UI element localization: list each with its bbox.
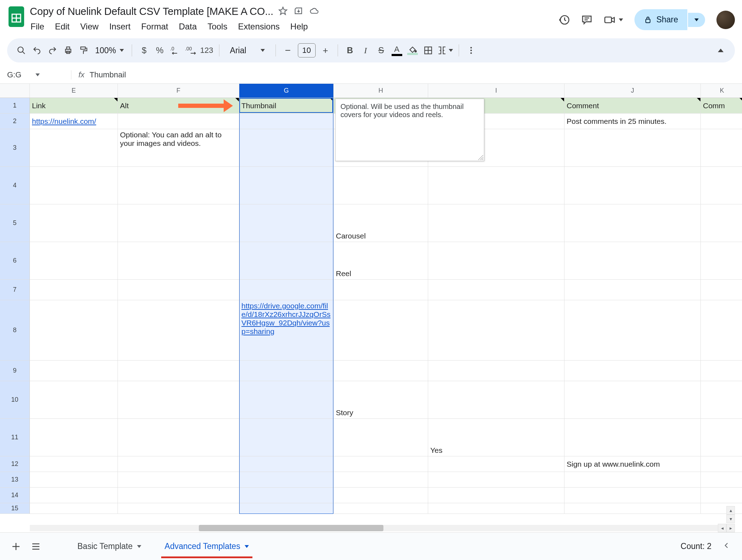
cell-H9[interactable] [334,361,428,381]
cell-E9[interactable] [30,361,118,381]
cell-K11[interactable] [701,419,742,456]
cell-I9[interactable] [428,361,564,381]
cell-G13[interactable] [239,472,334,488]
cell-H7[interactable] [334,280,428,300]
cell-I7[interactable] [428,280,564,300]
cell-J5[interactable] [564,204,701,242]
cell-K7[interactable] [701,280,742,300]
cell-E8[interactable] [30,300,118,361]
cell-G15[interactable] [239,503,334,514]
cell-H8[interactable] [334,300,428,361]
sheet-tab-advanced[interactable]: Advanced Templates [158,533,256,560]
sheets-logo-icon[interactable] [7,4,26,29]
merge-cells-button[interactable] [437,43,453,57]
cell-J7[interactable] [564,280,701,300]
cell-F8[interactable] [118,300,239,361]
cell-F4[interactable] [118,167,239,204]
increase-decimal-icon[interactable]: .00 [185,43,197,57]
cell-K5[interactable] [701,204,742,242]
meet-icon[interactable] [604,14,623,26]
cell-H5[interactable]: Carousel [334,204,428,242]
cell-K9[interactable] [701,361,742,381]
column-header-J[interactable]: J [564,84,701,98]
zoom-dropdown[interactable]: 100% [93,46,126,55]
italic-button[interactable]: I [359,43,372,57]
more-toolbar-icon[interactable] [465,43,478,57]
decrease-decimal-icon[interactable]: .0 [169,43,182,57]
cell-J10[interactable] [564,381,701,419]
add-sheet-button[interactable] [11,541,21,552]
font-family-dropdown[interactable]: Arial [225,46,270,55]
formula-bar-input[interactable]: Thumbnail [89,70,126,79]
cell-F5[interactable] [118,204,239,242]
cell-G4[interactable] [239,167,334,204]
search-menu-icon[interactable] [15,43,28,57]
cell-G11[interactable] [239,419,334,456]
decrease-font-size-button[interactable]: − [282,43,294,57]
share-button[interactable]: Share [634,9,687,30]
cell-K13[interactable] [701,472,742,488]
cell-E15[interactable] [30,503,118,514]
cell-J3[interactable] [564,129,701,167]
collapse-toolbar-icon[interactable] [714,43,727,57]
cell-G3[interactable] [239,129,334,167]
cell-F3[interactable]: Optional: You can add an alt to your ima… [118,129,239,167]
row-header-5[interactable]: 5 [0,204,30,242]
row-header-8[interactable]: 8 [0,300,30,361]
cell-G9[interactable] [239,361,334,381]
cell-K1[interactable]: Comm [701,98,742,114]
cell-K3[interactable] [701,129,742,167]
cell-E1[interactable]: Link [30,98,118,114]
cell-K2[interactable] [701,114,742,129]
cell-E12[interactable] [30,456,118,472]
explore-button[interactable] [722,541,731,552]
spreadsheet-grid[interactable]: EFGHIJK 123456789101112131415 LinkAltThu… [0,84,742,560]
paint-format-icon[interactable] [77,43,90,57]
row-header-15[interactable]: 15 [0,503,30,514]
cell-J9[interactable] [564,361,701,381]
format-percent-button[interactable]: % [153,43,166,57]
column-header-I[interactable]: I [428,84,564,98]
cell-F15[interactable] [118,503,239,514]
cell-H12[interactable] [334,456,428,472]
cell-I10[interactable] [428,381,564,419]
menu-format[interactable]: Format [141,22,168,32]
cell-E7[interactable] [30,280,118,300]
menu-help[interactable]: Help [290,22,308,32]
column-header-F[interactable]: F [118,84,239,98]
row-header-14[interactable]: 14 [0,488,30,503]
cell-J11[interactable] [564,419,701,456]
cell-G1[interactable]: Thumbnail [239,98,334,114]
cell-G12[interactable] [239,456,334,472]
cell-H13[interactable] [334,472,428,488]
cell-J12[interactable]: Sign up at www.nuelink.com [564,456,701,472]
cell-K4[interactable] [701,167,742,204]
increase-font-size-button[interactable]: + [319,43,332,57]
row-header-6[interactable]: 6 [0,242,30,280]
text-color-button[interactable]: A [391,43,403,57]
cloud-status-icon[interactable] [310,6,319,17]
cell-I14[interactable] [428,488,564,503]
name-box[interactable]: G:G [7,70,71,79]
row-header-1[interactable]: 1 [0,98,30,114]
select-all-corner[interactable] [0,84,30,98]
more-formats-button[interactable]: 123 [200,43,213,57]
format-currency-button[interactable]: $ [138,43,151,57]
scroll-down-button[interactable]: ▾ [726,515,735,523]
cell-H4[interactable] [334,167,428,204]
scroll-up-button[interactable]: ▴ [726,506,735,515]
row-header-3[interactable]: 3 [0,129,30,167]
all-sheets-button[interactable] [31,541,41,552]
bold-button[interactable]: B [344,43,356,57]
cell-F12[interactable] [118,456,239,472]
scroll-right-button[interactable]: ▸ [726,524,735,532]
row-header-13[interactable]: 13 [0,472,30,488]
column-header-H[interactable]: H [334,84,428,98]
move-icon[interactable] [294,6,303,17]
row-header-11[interactable]: 11 [0,419,30,456]
column-header-G[interactable]: G [239,84,334,98]
cell-F6[interactable] [118,242,239,280]
menu-insert[interactable]: Insert [109,22,131,32]
cell-E5[interactable] [30,204,118,242]
cell-G14[interactable] [239,488,334,503]
